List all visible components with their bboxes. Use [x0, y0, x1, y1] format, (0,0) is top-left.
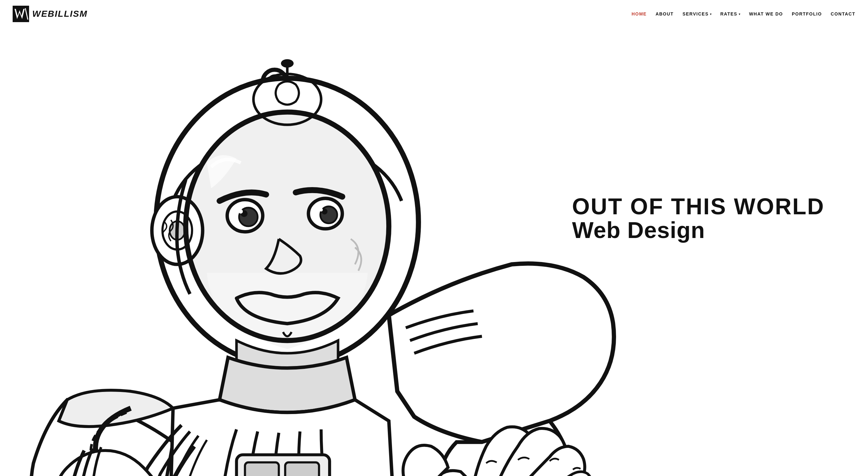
nav-what-we-do[interactable]: WHAT WE DO — [749, 11, 783, 17]
nav-home[interactable]: HOME — [631, 11, 647, 17]
svg-rect-27 — [285, 463, 319, 476]
main-nav: HOME ABOUT SERVICES ▾ RATES ▾ WHAT WE DO… — [631, 11, 855, 17]
svg-point-14 — [281, 59, 293, 68]
nav-services-wrapper: SERVICES ▾ — [682, 11, 712, 17]
svg-rect-26 — [245, 463, 279, 476]
rates-chevron-icon: ▾ — [739, 12, 740, 16]
hero-content: OUT OF THIS WORLD Web Design — [572, 195, 825, 243]
hero-title-line1: OUT OF THIS WORLD — [572, 195, 825, 218]
nav-contact[interactable]: CONTACT — [831, 11, 855, 17]
svg-point-22 — [319, 208, 323, 212]
logo-text: WEBILLISM — [32, 9, 88, 19]
nav-services[interactable]: SERVICES — [682, 11, 709, 17]
hero-section: OUT OF THIS WORLD Web Design — [0, 0, 868, 476]
logo-icon — [13, 6, 29, 22]
logo[interactable]: WEBILLISM — [13, 6, 88, 22]
nav-about[interactable]: ABOUT — [656, 11, 674, 17]
hero-title-line2: Web Design — [572, 218, 825, 243]
svg-point-18 — [239, 209, 243, 213]
svg-point-20 — [320, 207, 337, 223]
nav-rates-wrapper: RATES ▾ — [720, 11, 740, 17]
astronaut-illustration — [0, 19, 660, 476]
nav-rates[interactable]: RATES — [720, 11, 738, 17]
site-header: WEBILLISM HOME ABOUT SERVICES ▾ RATES ▾ … — [0, 0, 868, 28]
nav-portfolio[interactable]: PORTFOLIO — [792, 11, 822, 17]
services-chevron-icon: ▾ — [710, 12, 712, 16]
